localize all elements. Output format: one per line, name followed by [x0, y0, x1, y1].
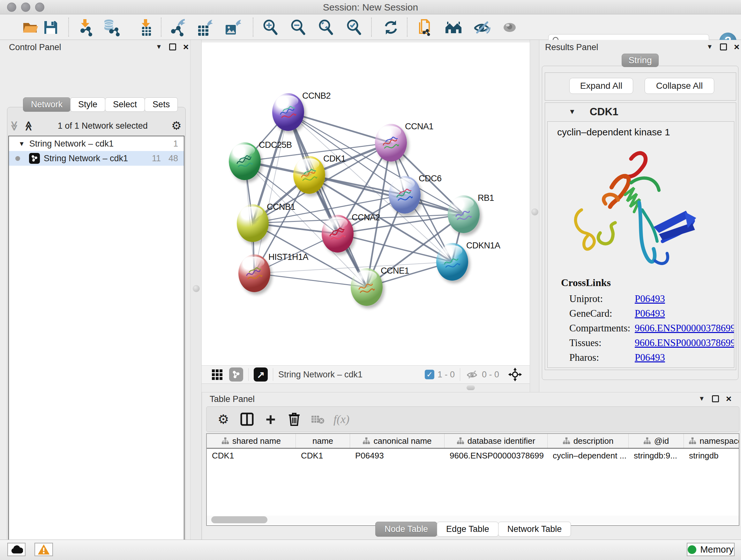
network-node-CCNE1[interactable] [351, 268, 383, 306]
open-session-icon[interactable] [21, 18, 40, 37]
hidden-count: 0 - 0 [482, 370, 499, 380]
cell-namespace[interactable]: stringdb [684, 449, 739, 462]
collapse-triangle-icon[interactable]: ▼ [18, 140, 25, 147]
tab-sets[interactable]: Sets [145, 98, 178, 112]
first-neighbors-icon[interactable] [444, 18, 463, 37]
tab-network[interactable]: Network [23, 98, 71, 112]
add-column-icon[interactable]: + [259, 410, 282, 429]
column-header-namespace[interactable]: namespace [684, 434, 739, 448]
selected-checkbox-icon[interactable]: ✓ [425, 370, 434, 379]
network-node-CCNA2[interactable] [322, 215, 354, 253]
results-float-icon[interactable] [720, 44, 727, 51]
column-header-shared-name[interactable]: shared name [207, 434, 296, 448]
cell-canonical-name[interactable]: P06493 [350, 449, 445, 462]
refresh-view-icon[interactable] [382, 18, 400, 37]
results-close-icon[interactable]: × [734, 44, 740, 51]
table-menu-icon[interactable]: ▼ [698, 395, 705, 402]
left-splitter[interactable] [190, 40, 202, 540]
tab-select[interactable]: Select [105, 98, 145, 112]
column-header-name[interactable]: name [296, 434, 350, 448]
right-splitter[interactable] [530, 40, 539, 392]
import-network-database-icon[interactable] [102, 18, 121, 37]
cloud-button[interactable] [7, 543, 25, 556]
left-splitter-handle[interactable] [193, 285, 200, 292]
table-float-icon[interactable] [712, 395, 719, 402]
table-row[interactable]: CDK1CDK1P064939606.ENSP00000378699cyclin… [207, 449, 739, 462]
column-header-description[interactable]: description [548, 434, 629, 448]
expand-all-button[interactable]: Expand All [569, 78, 633, 94]
network-node-CCNA1[interactable] [375, 124, 407, 162]
column-header--id[interactable]: @id [629, 434, 684, 448]
grid-view-icon[interactable] [211, 368, 223, 381]
crosslink-tissues[interactable]: 9606.ENSP00000378699 [635, 337, 734, 349]
network-node-CDC25B[interactable] [229, 142, 261, 180]
network-node-CDKN1A[interactable] [436, 243, 468, 281]
cell-shared-name[interactable]: CDK1 [207, 449, 296, 462]
panel-float-icon[interactable] [169, 44, 176, 51]
cell-description[interactable]: cyclin–dependent ... [548, 449, 629, 462]
network-row-selected[interactable]: String Network – cdk1 11 48 [9, 151, 184, 166]
cell-database-identifier[interactable]: 9606.ENSP00000378699 [445, 449, 548, 462]
network-node-CDC6[interactable] [389, 176, 421, 213]
zoom-in-icon[interactable] [261, 18, 280, 37]
export-table-icon[interactable] [195, 18, 214, 37]
table-hscrollbar-thumb[interactable] [211, 516, 267, 523]
import-table-icon[interactable] [137, 18, 155, 37]
results-menu-icon[interactable]: ▼ [706, 43, 713, 51]
network-collection-row[interactable]: ▼ String Network – cdk1 1 [9, 136, 184, 151]
column-header-canonical-name[interactable]: canonical name [350, 434, 445, 448]
tab-node-table[interactable]: Node Table [375, 522, 437, 537]
pan-crosshair-icon[interactable] [508, 367, 523, 382]
network-node-CDK1[interactable] [293, 156, 325, 194]
crosslink-pharos[interactable]: P06493 [635, 352, 665, 363]
import-network-icon[interactable] [76, 18, 94, 37]
network-canvas[interactable]: CCNB2CCNA1CDC25BCDK1CDC6RB1CCNB1CCNA2CDK… [202, 43, 530, 365]
save-session-icon[interactable] [42, 18, 60, 37]
protein-ribbon-thumb [381, 134, 401, 152]
table-close-icon[interactable]: × [726, 395, 732, 402]
network-edge[interactable] [254, 112, 288, 273]
show-all-icon[interactable] [500, 18, 519, 37]
fit-content-icon[interactable] [317, 18, 335, 37]
tab-edge-table[interactable]: Edge Table [437, 522, 498, 537]
network-node-RB1[interactable] [448, 195, 480, 233]
hide-selected-icon[interactable] [472, 18, 491, 37]
crosslink-compartments[interactable]: 9606.ENSP00000378699 [635, 322, 734, 334]
export-image-icon[interactable] [223, 18, 242, 37]
right-splitter-handle[interactable] [531, 208, 538, 215]
cell--id[interactable]: stringdb:9... [629, 449, 684, 462]
network-node-CCNB2[interactable] [272, 93, 304, 131]
horizontal-splitter-handle[interactable] [467, 385, 475, 390]
collapse-all-icon[interactable]: ≫ [9, 121, 20, 131]
column-header-database-identifier[interactable]: database identifier [445, 434, 548, 448]
crosslink-uniprot[interactable]: P06493 [635, 293, 665, 305]
split-columns-icon[interactable] [235, 410, 259, 429]
network-node-CCNB1[interactable] [237, 204, 269, 242]
network-edge[interactable] [254, 273, 367, 287]
export-network-icon[interactable] [169, 18, 187, 37]
gene-collapse-icon[interactable]: ▼ [569, 108, 576, 116]
node-label-CCNA1: CCNA1 [405, 122, 433, 132]
tab-network-table[interactable]: Network Table [498, 522, 571, 537]
table-gear-icon[interactable]: ⚙ [212, 410, 235, 429]
cell-name[interactable]: CDK1 [296, 449, 350, 462]
clone-network-icon[interactable] [415, 18, 434, 37]
panel-menu-icon[interactable]: ▼ [156, 43, 162, 51]
tab-style[interactable]: Style [70, 98, 105, 112]
zoom-selected-icon[interactable] [345, 18, 363, 37]
network-node-HIST1H1A[interactable] [239, 254, 270, 292]
tab-string[interactable]: String [622, 54, 659, 67]
delete-column-icon[interactable] [282, 410, 306, 429]
options-gear-icon[interactable]: ⚙ [172, 119, 182, 132]
zoom-out-icon[interactable] [289, 18, 307, 37]
panel-close-icon[interactable]: × [183, 44, 189, 51]
collapse-all-button[interactable]: Collapse All [645, 78, 714, 94]
column-label: description [574, 436, 614, 446]
gene-section: ▼ CDK1 cyclin–dependent kinase 1 [545, 103, 736, 370]
expand-all-icon[interactable]: ≪ [23, 121, 35, 131]
memory-button[interactable]: Memory [687, 543, 735, 556]
warning-button[interactable] [35, 543, 53, 556]
birdseye-icon[interactable]: ↗ [254, 368, 268, 381]
share-view-icon[interactable] [229, 368, 243, 381]
crosslink-genecard[interactable]: P06493 [635, 308, 665, 319]
